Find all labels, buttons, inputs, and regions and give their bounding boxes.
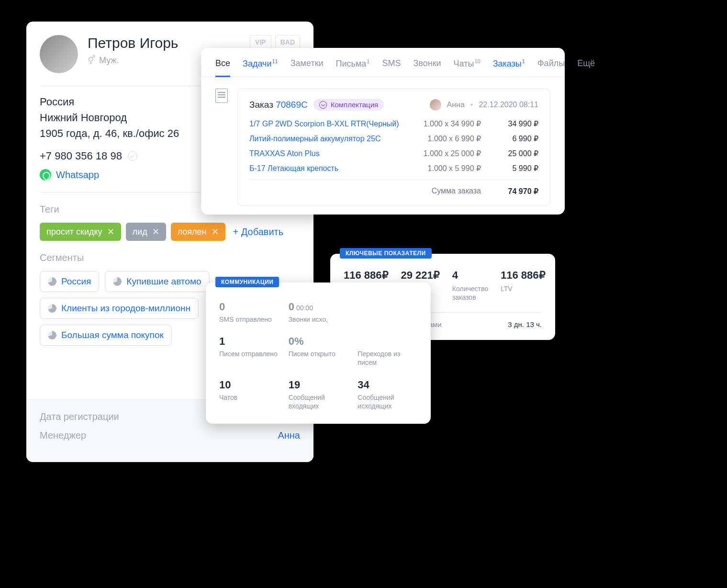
line-price: 34 990 ₽: [495, 119, 538, 128]
tab-label: Задачи: [243, 59, 271, 68]
tag-item[interactable]: лоялен✕: [171, 223, 225, 241]
segment-label: Клиенты из городов-миллионн: [61, 303, 190, 314]
whatsapp-label: Whatsapp: [56, 170, 99, 181]
segment-item[interactable]: Клиенты из городов-миллионн: [40, 298, 199, 319]
tag-text: лид: [133, 227, 147, 237]
segment-label: Купившие автомо: [126, 276, 201, 287]
tab-bar: Все Задачи11 Заметки Письма1 SMS Звонки …: [201, 48, 565, 77]
line-price: 25 000 ₽: [495, 149, 538, 158]
tab-calls[interactable]: Звонки: [413, 58, 441, 77]
comm-badge: КОММУНИКАЦИИ: [215, 277, 279, 287]
close-icon[interactable]: ✕: [152, 226, 159, 237]
tab-tasks[interactable]: Задачи11: [243, 58, 278, 77]
comm-calls-out: 000:00Звонки исхо,: [289, 301, 348, 324]
download-icon: [319, 101, 327, 109]
gender-icon: ⚥: [88, 55, 95, 66]
comm-label: Чатов: [219, 393, 279, 402]
comm-value: 19: [289, 379, 348, 391]
order-card: Все Задачи11 Заметки Письма1 SMS Звонки …: [201, 48, 565, 215]
comm-value: 10: [219, 379, 279, 391]
manager-value[interactable]: Анна: [278, 430, 300, 441]
communications-card: КОММУНИКАЦИИ 0SMS отправлено 000:00Звонк…: [206, 283, 431, 424]
comm-label: Сообщений исходящих: [358, 393, 417, 410]
tag-item[interactable]: лид✕: [126, 223, 166, 241]
author-name[interactable]: Анна: [447, 101, 465, 109]
comm-chats: 10Чатов: [219, 379, 279, 410]
comm-value: 0: [219, 301, 279, 313]
line-qty: 1.000 x 6 990 ₽: [428, 134, 481, 143]
phone-number[interactable]: +7 980 356 18 98: [40, 150, 122, 162]
comm-letters-open: 0%Писем открыто: [289, 335, 348, 367]
manager-label: Менеджер: [40, 430, 86, 441]
line-name[interactable]: TRAXXAS Aton Plus: [249, 149, 320, 158]
tab-orders[interactable]: Заказы1: [493, 58, 525, 77]
vip-badge[interactable]: VIP: [250, 35, 271, 49]
order-line: TRAXXAS Aton Plus 1.000 x 25 000 ₽ 25 00…: [249, 149, 538, 158]
tab-count: 1: [522, 58, 525, 64]
kpi-label: Количество заказов: [452, 284, 488, 302]
author-avatar[interactable]: [430, 99, 441, 111]
kpi-value: 29 221₽: [401, 269, 440, 282]
avatar[interactable]: [40, 35, 78, 73]
tab-files[interactable]: Файлы: [537, 58, 565, 77]
kpi-value: 116 886₽: [501, 269, 546, 282]
comm-msg-in: 19Сообщений входящих: [289, 379, 348, 410]
add-tag-button[interactable]: + Добавить: [233, 226, 284, 237]
line-qty: 1.000 x 34 990 ₽: [424, 119, 481, 128]
segment-item[interactable]: Большая сумма покупок: [40, 325, 172, 346]
line-name[interactable]: Б-17 Летающая крепость: [249, 164, 338, 173]
kpi-value: 116 886₽: [344, 269, 389, 282]
comm-label: Писем открыто: [289, 350, 348, 358]
order-line: Б-17 Летающая крепость 1.000 x 5 990 ₽ 5…: [249, 164, 538, 173]
comm-letters-sent: 1Писем отправлено: [219, 335, 279, 367]
comm-value: 34: [358, 379, 417, 391]
kpi-badge: КЛЮЧЕВЫЕ ПОКАЗАТЕЛИ: [340, 248, 432, 259]
tab-notes[interactable]: Заметки: [291, 58, 324, 77]
tab-all[interactable]: Все: [215, 58, 230, 77]
tab-label: Заказы: [493, 59, 522, 68]
order-number[interactable]: 70869C: [276, 100, 308, 110]
pie-icon: [48, 331, 56, 339]
whatsapp-icon: [40, 169, 51, 181]
comm-empty: [358, 301, 417, 324]
tab-more[interactable]: Ещё: [577, 58, 595, 77]
order-timestamp: 22.12.2020 08:11: [479, 101, 538, 109]
reg-date-label: Дата регистрации: [40, 411, 119, 422]
tab-sms[interactable]: SMS: [382, 58, 401, 77]
line-name[interactable]: Литий-полимерный аккумулятор 25C: [249, 135, 380, 143]
tab-label: Чаты: [454, 59, 474, 68]
tag-text: лоялен: [178, 227, 207, 237]
tab-letters[interactable]: Письма1: [336, 58, 370, 77]
comm-label: SMS отправлено: [219, 315, 279, 324]
close-icon[interactable]: ✕: [212, 226, 219, 237]
order-line: 1/7 GP 2WD Scorpion B-XXL RTR(Черный) 1.…: [249, 119, 538, 128]
tab-count: 11: [272, 58, 278, 64]
comm-label: Сообщений входящих: [289, 393, 348, 410]
kpi-label: LTV: [501, 284, 546, 293]
segment-item[interactable]: Россия: [40, 271, 99, 292]
comm-msg-out: 34Сообщений исходящих: [358, 379, 417, 410]
comm-clicks: Переходов из писем: [358, 335, 417, 367]
order-title: Заказ 70869C: [249, 100, 308, 110]
comm-label: Писем отправлено: [219, 350, 279, 358]
segment-label: Россия: [61, 276, 91, 287]
pie-icon: [48, 277, 56, 286]
segment-item[interactable]: Купившие автомо: [105, 271, 209, 292]
profile-name: Петров Игорь: [88, 35, 178, 51]
close-icon[interactable]: ✕: [107, 226, 114, 237]
line-qty: 1.000 x 5 990 ₽: [428, 164, 481, 173]
kpi-order-count: 4Количество заказов: [452, 269, 488, 302]
tab-count: 10: [474, 58, 480, 64]
tab-chats[interactable]: Чаты10: [454, 58, 481, 77]
bad-badge[interactable]: BAD: [275, 35, 300, 49]
segments-section-label: Сегменты: [40, 252, 300, 263]
comm-value: 0%: [289, 335, 348, 348]
receipt-icon: [215, 89, 228, 103]
order-line: Литий-полимерный аккумулятор 25C 1.000 x…: [249, 134, 538, 143]
line-name[interactable]: 1/7 GP 2WD Scorpion B-XXL RTR(Черный): [249, 120, 399, 128]
tag-item[interactable]: просит скидку✕: [40, 223, 121, 241]
segment-label: Большая сумма покупок: [61, 330, 164, 340]
order-total-row: Сумма заказа 74 970 ₽: [249, 180, 538, 196]
total-label: Сумма заказа: [432, 187, 481, 196]
tag-text: просит скидку: [46, 227, 102, 237]
